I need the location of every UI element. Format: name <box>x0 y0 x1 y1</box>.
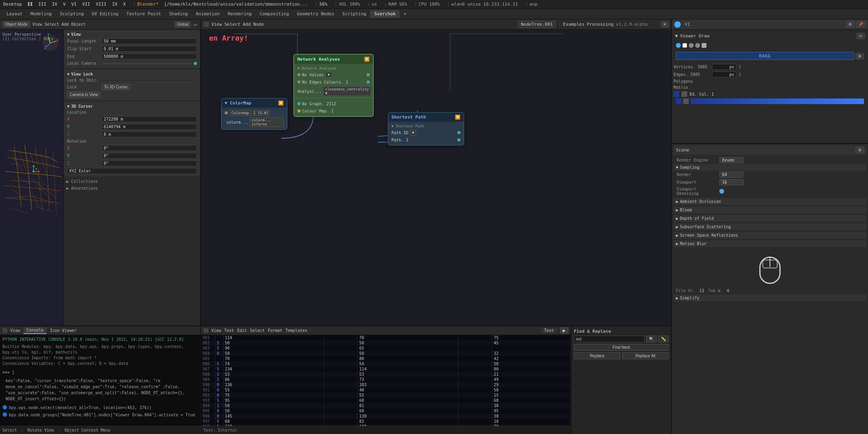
edges-unit[interactable]: px <box>712 72 736 78</box>
viewport-denoising-toggle[interactable] <box>719 189 724 194</box>
processing-label[interactable]: Processing <box>587 22 613 27</box>
node-colormap[interactable]: ▼ ColorMap 🔽 Colormap. 1 [G.W] colorm...… <box>221 98 287 130</box>
node-view-menu[interactable]: View <box>211 22 222 27</box>
node-canvas[interactable]: en Array! ▼ ColorMap <box>201 30 671 326</box>
workspace-iii[interactable]: III <box>39 2 47 7</box>
tab-plus[interactable]: + <box>399 10 410 18</box>
tab-shading[interactable]: Shading <box>165 10 192 18</box>
render-value[interactable]: 64 <box>719 172 743 178</box>
text-menu[interactable]: Text <box>224 328 234 333</box>
tab-sculpting[interactable]: Sculpting <box>56 10 88 18</box>
tab-animation[interactable]: Animation <box>192 10 224 18</box>
tab-compositing[interactable]: Compositing <box>256 10 293 18</box>
tab-layout[interactable]: Layout <box>2 10 27 18</box>
nx-values-dropdown[interactable]: ▼ <box>326 72 332 78</box>
viewport-3d[interactable]: User Perspective (1) Collection | Beta <box>0 30 63 326</box>
lock-obj-value[interactable] <box>102 80 197 81</box>
tab-w-value[interactable]: 4 <box>727 289 729 293</box>
replace-btn[interactable]: Replace <box>574 352 620 359</box>
find-next-btn[interactable]: Find Next <box>574 344 669 351</box>
object-menu[interactable]: Object <box>71 22 86 27</box>
workspace-iv[interactable]: IV <box>52 2 57 7</box>
node-node-menu[interactable]: Node <box>253 22 264 27</box>
console-label[interactable]: Console <box>23 327 47 334</box>
workspace-vii[interactable]: VII <box>82 2 90 7</box>
rot-z[interactable]: 0° <box>102 160 197 166</box>
format-menu[interactable]: Format <box>268 328 282 333</box>
cursor-y[interactable]: 6140794 m <box>102 124 197 130</box>
path-id-dropdown[interactable]: ▼ <box>410 130 416 135</box>
replace-all-btn[interactable]: Replace All <box>622 352 669 359</box>
node-network-analyses[interactable]: Network Analyses 🔽 ▼ Network Analyses Nx… <box>293 54 374 117</box>
icon-viewer-label[interactable]: Icon Viewer <box>50 328 76 333</box>
status-context[interactable]: Object Context Menu <box>64 428 110 432</box>
close-node-btn[interactable]: ✕ <box>661 21 669 27</box>
workspace-viii[interactable]: VIII <box>96 2 106 7</box>
local-camera-value[interactable] <box>102 63 191 64</box>
replace-icon-btn[interactable]: ✏️ <box>658 336 669 342</box>
render-engine-value[interactable]: Eevee <box>719 157 743 163</box>
viewport-mode-btn[interactable]: Object Mode <box>2 21 30 27</box>
viewer-draw-toggle[interactable]: ▼ <box>675 33 678 39</box>
edit-menu[interactable]: Edit <box>237 328 247 333</box>
collections-section[interactable]: ▶ Collections <box>64 178 200 185</box>
node-tree-label[interactable]: NodeTree.001 <box>518 21 555 28</box>
colormap-dropdown[interactable]: Colormap. 1 [G.W] <box>229 110 270 116</box>
vertices-unit[interactable]: px <box>712 64 736 70</box>
analysis-dropdown[interactable]: closeness_centrality ▼ <box>323 86 371 96</box>
tab-geometry[interactable]: Geometry Nodes <box>293 10 338 18</box>
text-file-label[interactable]: Text <box>541 328 557 333</box>
global-btn[interactable]: Global <box>174 21 191 27</box>
node-shortest-path[interactable]: Shortest Path 🔽 ▼ Shortest Path Path ID … <box>388 112 464 145</box>
cursor-x[interactable]: 272288 m <box>102 116 197 122</box>
status-rotate[interactable]: Rotate View <box>27 428 54 432</box>
workspace-v[interactable]: V <box>63 2 66 7</box>
viewer-draw-edit-btn[interactable]: ✏ <box>857 33 865 39</box>
viewer-pin-btn[interactable]: 📌 <box>856 21 866 27</box>
tab-uv[interactable]: UV Editing <box>88 10 122 18</box>
tab-modeling[interactable]: Modeling <box>27 10 56 18</box>
clip-end-value[interactable]: 500000 m <box>102 53 197 59</box>
clip-start-value[interactable]: 0.01 m <box>102 46 197 52</box>
colormap-inferno[interactable]: colorm... inferno <box>250 117 284 127</box>
network-analyses-toggle[interactable]: 🔽 <box>364 57 370 62</box>
view-section-toggle[interactable]: ▼ <box>67 32 70 37</box>
camera-to-view-btn[interactable]: Camera to View <box>67 92 100 98</box>
text-content[interactable]: 9811147075982550504598359065984050503298… <box>201 335 571 426</box>
find-input[interactable] <box>574 336 645 342</box>
add-menu[interactable]: Add <box>61 22 69 27</box>
to-3d-cursor-btn[interactable]: To 3D Cursor <box>102 84 130 90</box>
node-select-menu[interactable]: Select <box>225 22 241 27</box>
select-menu[interactable]: Select <box>45 22 59 27</box>
view-menu-console[interactable]: View <box>10 328 20 333</box>
text-run-btn[interactable]: ▶ <box>560 328 568 334</box>
examples-label[interactable]: Examples <box>563 22 584 27</box>
tab-texture[interactable]: Texture Paint <box>123 10 165 18</box>
find-icon-btn[interactable]: 🔍 <box>646 336 657 342</box>
workspace-ii[interactable]: II <box>27 2 33 7</box>
workspace-vi[interactable]: VI <box>71 2 76 7</box>
rot-x[interactable]: 0° <box>102 145 197 151</box>
viewport-value[interactable]: 16 <box>719 179 743 185</box>
workspace-ix[interactable]: IX <box>112 2 117 7</box>
film-st-value[interactable]: 13 <box>699 289 704 293</box>
workspace-x[interactable]: X <box>123 2 126 7</box>
colormap-toggle[interactable]: 🔽 <box>278 100 284 106</box>
cursor-z[interactable]: 0 m <box>102 131 197 137</box>
annotations-section[interactable]: ▶ Annotations <box>64 185 200 192</box>
tab-rendering[interactable]: Rendering <box>224 10 256 18</box>
select-menu-text[interactable]: Select <box>250 328 264 333</box>
viewer-settings-btn[interactable]: ⚙ <box>846 21 854 27</box>
tab-sverchok[interactable]: Sverchok <box>370 10 399 18</box>
view-menu[interactable]: View <box>33 22 42 27</box>
node-add-menu[interactable]: Add <box>243 22 251 27</box>
bake-btn[interactable]: BAKE <box>676 52 854 60</box>
rot-type[interactable]: XYZ Euler <box>67 168 197 174</box>
desktop-label[interactable]: Desktop <box>3 2 22 7</box>
view-text[interactable]: View <box>211 328 221 333</box>
tab-scripting[interactable]: Scripting <box>338 10 371 18</box>
status-select[interactable]: Select <box>2 428 17 432</box>
console-content[interactable]: PYTHON INTERACTIVE CONSOLE 3.10.8 (main,… <box>0 335 200 434</box>
shortest-path-toggle[interactable]: 🔽 <box>455 115 461 120</box>
focal-length-value[interactable]: 50 mm <box>102 38 197 44</box>
